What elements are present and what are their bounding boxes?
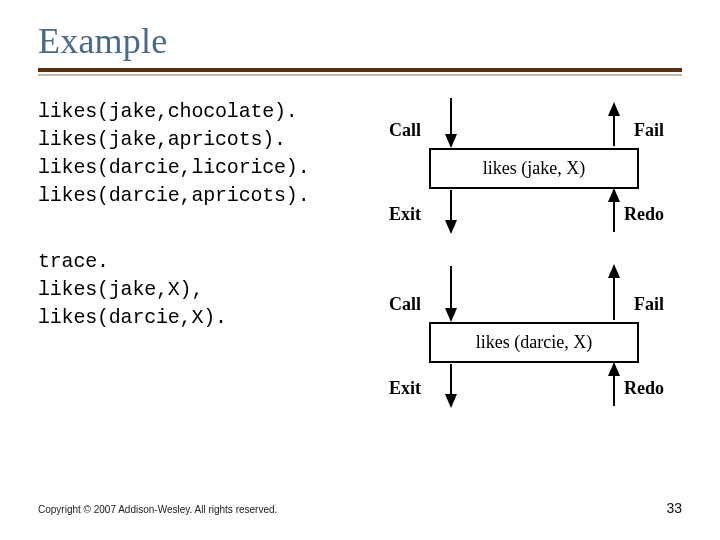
code-line: likes(darcie,apricots). [38,184,309,207]
code-line: likes(darcie,X). [38,306,227,329]
label-redo: Redo [624,204,664,225]
slide-footer: Copyright © 2007 Addison-Wesley. All rig… [38,500,682,516]
slide: Example likes(jake,chocolate). likes(jak… [0,0,720,540]
code-line: likes(darcie,licorice). [38,156,309,179]
prolog-queries: trace. likes(jake,X), likes(darcie,X). [38,248,383,332]
prolog-facts: likes(jake,chocolate). likes(jake,aprico… [38,98,383,210]
label-fail: Fail [634,120,664,141]
code-line: likes(jake,apricots). [38,128,286,151]
goal-box-2: likes (darcie, X) [429,322,639,363]
code-line: trace. [38,250,109,273]
slide-body: likes(jake,chocolate). likes(jake,aprico… [38,98,682,458]
label-redo: Redo [624,378,664,399]
label-exit: Exit [389,204,421,225]
copyright-text: Copyright © 2007 Addison-Wesley. All rig… [38,504,277,515]
title-rule-dark [38,68,682,72]
label-call: Call [389,120,421,141]
label-call: Call [389,294,421,315]
slide-title: Example [38,20,682,62]
page-number: 33 [666,500,682,516]
title-rule-light [38,74,682,76]
goal-box-1: likes (jake, X) [429,148,639,189]
code-line: likes(jake,chocolate). [38,100,298,123]
code-line: likes(jake,X), [38,278,203,301]
left-column: likes(jake,chocolate). likes(jake,aprico… [38,98,383,458]
right-column: Call Fail likes (jake, X) Exit Redo Call… [383,98,682,458]
label-fail: Fail [634,294,664,315]
label-exit: Exit [389,378,421,399]
trace-diagram: Call Fail likes (jake, X) Exit Redo Call… [389,98,679,458]
